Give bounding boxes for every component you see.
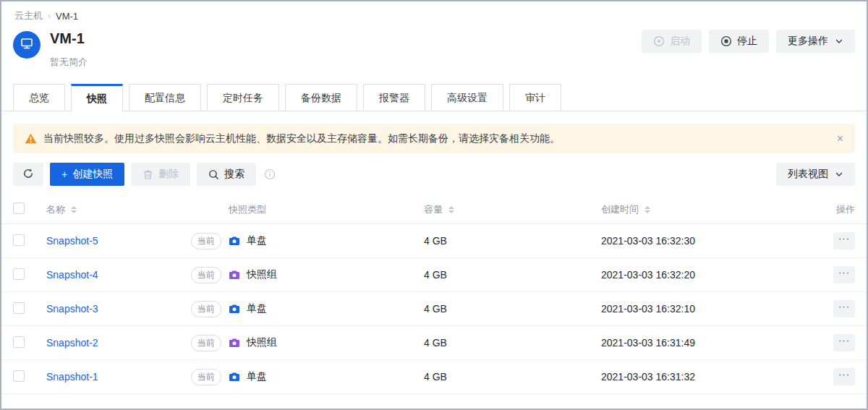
- snapshot-size: 4 GB: [424, 235, 601, 247]
- sort-icon[interactable]: [71, 206, 77, 213]
- row-actions-button[interactable]: ···: [833, 300, 855, 317]
- snapshot-name-link[interactable]: Snapshot-2: [46, 337, 98, 349]
- monitor-icon: [20, 36, 34, 54]
- snapshot-created-time: 2021-03-03 16:32:30: [601, 235, 809, 247]
- view-mode-label: 列表视图: [788, 168, 828, 181]
- stop-button-label: 停止: [737, 35, 757, 48]
- more-actions-label: 更多操作: [788, 35, 828, 48]
- column-header-ops: 操作: [809, 203, 855, 216]
- page-subtitle: 暂无简介: [50, 56, 88, 69]
- tab-backup-data[interactable]: 备份数据: [285, 84, 357, 111]
- snapshot-size: 4 GB: [424, 269, 601, 281]
- column-header-created: 创建时间: [601, 203, 639, 216]
- snapshot-created-time: 2021-03-03 16:32:10: [601, 303, 809, 315]
- tab-alarms[interactable]: 报警器: [363, 84, 425, 111]
- single-disk-snapshot-icon: [229, 371, 240, 383]
- tab-audit[interactable]: 审计: [509, 84, 561, 111]
- tab-scheduled-tasks[interactable]: 定时任务: [207, 84, 279, 111]
- current-badge: 当前: [191, 369, 221, 385]
- warning-triangle-icon: [25, 133, 37, 144]
- snapshot-type-label: 快照组: [247, 336, 277, 349]
- snapshot-name-link[interactable]: Snapshot-5: [46, 235, 98, 247]
- start-button-label: 启动: [670, 35, 690, 48]
- stop-button[interactable]: 停止: [709, 30, 769, 53]
- create-snapshot-button[interactable]: + 创建快照: [50, 163, 124, 186]
- snapshot-created-time: 2021-03-03 16:32:20: [601, 269, 809, 281]
- snapshot-group-icon: [229, 269, 240, 281]
- chevron-down-icon: [835, 170, 843, 179]
- toolbar: + 创建快照 删除 搜索 列表视图: [1, 163, 867, 186]
- single-disk-snapshot-icon: [229, 235, 240, 247]
- table-row: Snapshot-2 当前 快照组 4 GB 2021-03-03 16:31:…: [1, 326, 867, 360]
- search-button[interactable]: 搜索: [197, 163, 256, 186]
- start-button[interactable]: 启动: [642, 30, 702, 53]
- table-row: Snapshot-3 当前 单盘 4 GB 2021-03-03 16:32:1…: [1, 292, 867, 326]
- delete-button-label: 删除: [158, 168, 179, 181]
- row-checkbox[interactable]: [13, 336, 25, 348]
- breadcrumb: 云主机 › VM-1: [1, 1, 867, 22]
- snapshot-type-label: 单盘: [247, 370, 267, 383]
- snapshot-name-link[interactable]: Snapshot-4: [46, 269, 98, 281]
- row-checkbox[interactable]: [13, 234, 25, 246]
- table-row: Snapshot-4 当前 快照组 4 GB 2021-03-03 16:32:…: [1, 258, 867, 292]
- current-badge: 当前: [191, 301, 221, 317]
- snapshot-name-link[interactable]: Snapshot-3: [46, 303, 98, 315]
- breadcrumb-parent-link[interactable]: 云主机: [14, 9, 43, 22]
- page-header: VM-1 暂无简介 启动 停止 更多操作: [1, 22, 867, 69]
- select-all-checkbox[interactable]: [13, 202, 25, 214]
- column-header-name: 名称: [46, 203, 65, 216]
- row-actions-button[interactable]: ···: [833, 334, 855, 351]
- column-header-type: 快照类型: [229, 203, 266, 216]
- plus-icon: +: [61, 168, 67, 180]
- table-row: Snapshot-1 当前 单盘 4 GB 2021-03-03 16:31:3…: [1, 360, 867, 394]
- snapshot-type-label: 快照组: [247, 268, 277, 281]
- tab-config-info[interactable]: 配置信息: [129, 84, 201, 111]
- search-button-label: 搜索: [224, 168, 244, 181]
- stop-circle-icon: [720, 35, 732, 47]
- trash-icon: [142, 169, 153, 180]
- chevron-down-icon: [835, 37, 843, 46]
- tab-snapshots[interactable]: 快照: [71, 84, 123, 111]
- tab-overview[interactable]: 总览: [13, 84, 65, 111]
- current-badge: 当前: [191, 233, 221, 249]
- vm-avatar: [13, 31, 41, 59]
- single-disk-snapshot-icon: [229, 303, 240, 315]
- warning-banner: 当前快照较多。使用过多快照会影响云主机性能、数据安全以及主存储容量。如需长期备份…: [13, 124, 855, 153]
- page-title: VM-1: [50, 30, 88, 47]
- close-icon[interactable]: ×: [837, 133, 843, 145]
- snapshot-group-icon: [229, 337, 240, 349]
- column-header-size: 容量: [424, 203, 443, 216]
- snapshot-size: 4 GB: [424, 337, 601, 349]
- delete-button[interactable]: 删除: [131, 163, 190, 186]
- row-checkbox[interactable]: [13, 370, 25, 382]
- sort-icon[interactable]: [448, 206, 454, 213]
- refresh-button[interactable]: [13, 163, 43, 186]
- snapshot-type-label: 单盘: [247, 302, 267, 315]
- row-actions-button[interactable]: ···: [833, 368, 855, 385]
- snapshot-table: 名称 快照类型 容量 创建时间 操作 Snapshot-5 当前: [1, 195, 867, 394]
- row-checkbox[interactable]: [13, 302, 25, 314]
- breadcrumb-current: VM-1: [56, 11, 78, 22]
- snapshot-name-link[interactable]: Snapshot-1: [46, 371, 98, 383]
- row-checkbox[interactable]: [13, 268, 25, 280]
- row-actions-button[interactable]: ···: [833, 266, 855, 283]
- more-actions-button[interactable]: 更多操作: [776, 30, 855, 53]
- snapshot-created-time: 2021-03-03 16:31:32: [601, 371, 809, 383]
- snapshot-created-time: 2021-03-03 16:31:49: [601, 337, 809, 349]
- table-header-row: 名称 快照类型 容量 创建时间 操作: [1, 195, 867, 224]
- sort-icon[interactable]: [644, 206, 650, 213]
- snapshot-size: 4 GB: [424, 371, 601, 383]
- tab-bar: 总览 快照 配置信息 定时任务 备份数据 报警器 高级设置 审计: [1, 84, 867, 111]
- current-badge: 当前: [191, 335, 221, 351]
- info-icon[interactable]: [264, 168, 276, 180]
- snapshot-size: 4 GB: [424, 303, 601, 315]
- search-icon: [208, 169, 219, 180]
- table-row: Snapshot-5 当前 单盘 4 GB 2021-03-03 16:32:3…: [1, 224, 867, 258]
- row-actions-button[interactable]: ···: [833, 232, 855, 249]
- create-snapshot-label: 创建快照: [72, 168, 113, 181]
- play-circle-icon: [653, 35, 665, 47]
- breadcrumb-separator: ›: [48, 11, 51, 21]
- tab-advanced-settings[interactable]: 高级设置: [431, 84, 503, 111]
- view-mode-button[interactable]: 列表视图: [776, 163, 855, 186]
- refresh-icon: [22, 168, 34, 181]
